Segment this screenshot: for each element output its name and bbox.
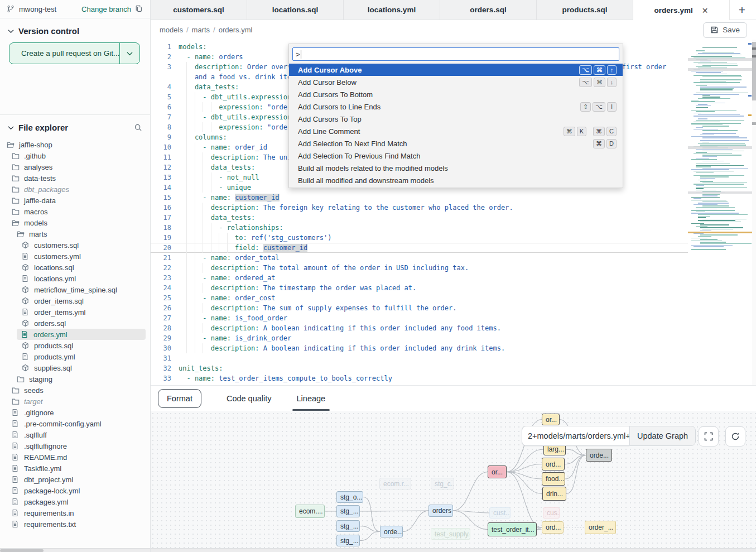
lineage-node-testGreen[interactable]: test_order_it... [488,522,537,536]
tree-item--gitignore[interactable]: .gitignore [0,407,150,418]
save-button[interactable]: Save [703,22,747,38]
tree-item-order_items-yml[interactable]: order_items.yml [0,306,150,318]
format-button[interactable]: Format [158,389,201,408]
lineage-node-orderR[interactable]: order_... [585,521,616,534]
update-graph-button[interactable]: Update Graph [629,426,696,446]
tree-item-staging[interactable]: staging [0,373,150,385]
tab-lineage[interactable]: Lineage [297,386,326,412]
pr-button-dropdown[interactable] [120,43,139,64]
tab-customers-sql[interactable]: customers.sql [151,0,247,20]
tab-locations-sql[interactable]: locations.sql [247,0,344,20]
lineage-node-ordeGray[interactable]: orde... [586,449,612,462]
lineage-node-stg3[interactable]: stg_... [336,535,360,546]
palette-item[interactable]: Add Selection To Previous Find Match [292,150,619,162]
change-branch-link[interactable]: Change branch [81,5,131,13]
palette-item[interactable]: Add Cursors To Bottom [292,88,619,100]
tree-item-requirements-in[interactable]: requirements.in [0,507,150,519]
lineage-node-drin[interactable]: drin... [542,487,566,501]
tree-item-models[interactable]: models [0,217,150,228]
breadcrumb-part[interactable]: models [160,26,183,34]
tree-item-target[interactable]: target [0,396,150,407]
palette-item[interactable]: Add Cursors to Line Ends⇧⌥I [292,100,619,113]
tree-item-analyses[interactable]: analyses [0,161,150,172]
tree-item-dbt_project-yml[interactable]: dbt_project.yml [0,474,150,485]
tree-item-README-md[interactable]: README.md [0,452,150,463]
palette-item[interactable]: Add Cursors To Top [292,113,619,125]
tab-orders-sql[interactable]: orders.sql [440,0,537,20]
bottom-scrollbar-strip[interactable] [151,548,756,552]
scrollbar-thumb[interactable] [0,549,44,552]
tree-item-package-lock-yml[interactable]: package-lock.yml [0,485,150,496]
tree-item-requirements-txt[interactable]: requirements.txt [0,519,150,530]
tab-code-quality[interactable]: Code quality [227,386,272,412]
search-icon[interactable] [134,123,142,132]
lineage-node-ordB[interactable]: ord... [542,521,564,534]
tree-item--sqlfluffignore[interactable]: .sqlfluffignore [0,440,150,452]
tree-item-order_items-sql[interactable]: order_items.sql [0,295,150,306]
create-pull-request-button[interactable]: Create a pull request on Git... [9,42,140,64]
tree-item-supplies-sql[interactable]: supplies.sql [0,362,150,373]
lineage-node-stg2[interactable]: stg_... [336,520,360,532]
fullscreen-button[interactable] [699,426,719,447]
lineage-node-ordeL[interactable]: orde... [380,526,403,537]
tab-locations-yml[interactable]: locations.yml [344,0,440,20]
close-tab-icon[interactable]: ✕ [702,6,709,15]
sidebar-hscrollbar[interactable] [0,548,151,552]
tree-item-packages-yml[interactable]: packages.yml [0,496,150,507]
tree-item-Taskfile-yml[interactable]: Taskfile.yml [0,463,150,474]
tree-item-customers-yml[interactable]: customers.yml [0,251,150,262]
tree-item-dbt_packages[interactable]: dbt_packages [0,184,150,195]
lineage-node-testSupplyFade[interactable]: test_supply... [431,528,470,540]
tree-item-metricflow_time_spine-sql[interactable]: metricflow_time_spine.sql [0,284,150,295]
tree-item-products-yml[interactable]: products.yml [0,351,150,362]
lineage-node-orPink[interactable]: or... [488,465,507,478]
lineage-node-orders[interactable]: orders [428,505,453,517]
new-tab-button[interactable]: + [730,0,754,20]
breadcrumb-part[interactable]: orders.yml [219,26,253,34]
tree-item-jaffle-data[interactable]: jaffle-data [0,195,150,206]
tree-item-locations-sql[interactable]: locations.sql [0,262,150,273]
breadcrumb-part[interactable]: marts [192,26,210,34]
lineage-graph[interactable]: ecom.r...stg_c...ecom....stg_o...stg_...… [151,411,756,548]
tab-products-sql[interactable]: products.sql [537,0,633,20]
palette-item[interactable]: Add Line Comment⌘K⌘C [292,125,619,137]
command-palette-input[interactable]: > [292,47,619,61]
lineage-node-food[interactable]: food... [542,472,565,486]
palette-item[interactable]: Build all models related to the modified… [292,162,619,174]
file-explorer-header[interactable]: File explorer [0,115,150,137]
scrollbar-thumb[interactable] [752,42,756,100]
tree-item-marts[interactable]: marts [0,228,150,239]
editor-vscrollbar[interactable] [752,40,756,385]
palette-item[interactable]: Build all modified and downstream models [292,174,619,186]
tree-item-orders-sql[interactable]: orders.sql [0,318,150,329]
copy-icon[interactable] [135,5,143,13]
tree-item-customers-sql[interactable]: customers.sql [0,239,150,251]
version-control-header[interactable]: Version control [0,18,150,40]
palette-item[interactable]: Add Cursor Above⌥⌘↑ [289,64,623,76]
tree-item-orders-yml[interactable]: orders.yml [17,329,146,340]
tree-item-products-sql[interactable]: products.sql [0,340,150,351]
tree-item--pre-commit-config-yaml[interactable]: .pre-commit-config.yaml [0,418,150,429]
lineage-node-stg0[interactable]: stg_o... [336,491,363,503]
palette-item[interactable]: Add Selection To Next Find Match⌘D [292,137,619,150]
lineage-node-stgcFade[interactable]: stg_c... [431,478,454,489]
lineage-node-orTop[interactable]: or... [542,414,560,425]
tree-item-data-tests[interactable]: data-tests [0,172,150,184]
lineage-node-stg1[interactable]: stg_... [336,505,360,517]
minimap[interactable] [688,40,752,385]
tree-item-seeds[interactable]: seeds [0,385,150,396]
lineage-node-ecomGreen[interactable]: ecom.... [295,505,325,518]
tab-orders-yml[interactable]: orders.yml✕ [633,0,730,21]
tree-item--github[interactable]: .github [0,150,150,161]
lineage-node-ecomFadeL[interactable]: ecom.r... [379,478,411,489]
lineage-node-ord1[interactable]: ord... [542,458,565,471]
tree-item-macros[interactable]: macros [0,206,150,217]
tree-item-locations-yml[interactable]: locations.yml [0,273,150,284]
lineage-selector-input[interactable]: 2+models/marts/orders.yml+ [522,426,629,446]
tree-item-jaffle-shop[interactable]: jaffle-shop [0,139,150,150]
refresh-button[interactable] [725,426,745,447]
tree-item--sqlfluff[interactable]: .sqlfluff [0,429,150,440]
lineage-node-custFade[interactable]: cust... [489,507,511,519]
lineage-node-cusFade[interactable]: cus... [543,507,560,519]
palette-item[interactable]: Add Cursor Below⌥⌘↓ [292,76,619,88]
